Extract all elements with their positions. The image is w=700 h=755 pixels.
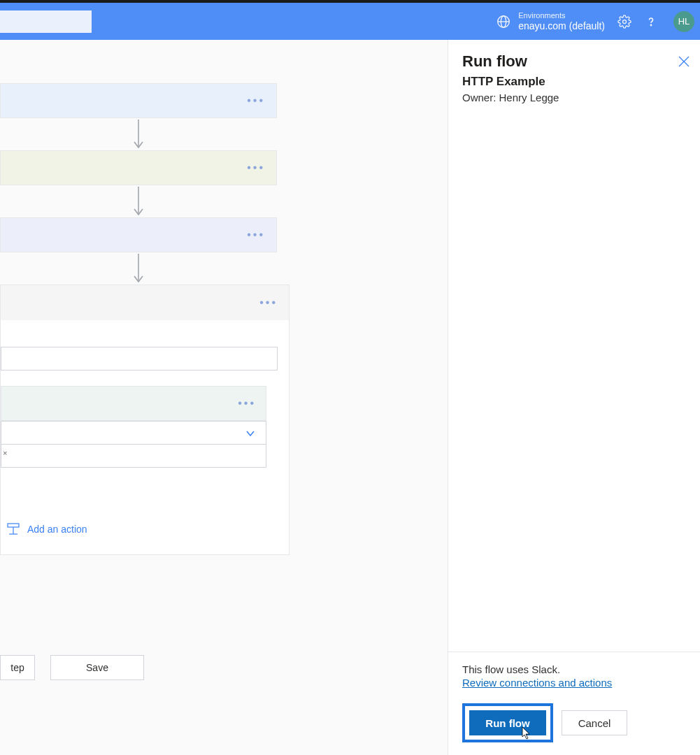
flow-name: HTTP Example (462, 75, 686, 89)
more-icon[interactable]: ••• (259, 296, 278, 309)
dropdown[interactable] (1, 421, 266, 445)
flow-arrow (0, 118, 277, 150)
add-action-icon (6, 522, 20, 536)
token-input[interactable]: × (1, 444, 266, 468)
flow-step[interactable]: ••• (0, 150, 277, 185)
svg-rect-8 (8, 524, 19, 527)
more-icon[interactable]: ••• (247, 94, 265, 107)
cancel-button[interactable]: Cancel (562, 710, 627, 735)
flow-arrow (0, 252, 277, 285)
highlight-box: Run flow (462, 703, 553, 742)
flow-owner: Owner: Henry Legge (462, 92, 686, 103)
run-flow-button[interactable]: Run flow (469, 710, 546, 735)
run-flow-panel: Run flow HTTP Example Owner: Henry Legge… (448, 40, 700, 755)
svg-point-4 (650, 24, 651, 25)
app-header: Environments enayu.com (default) HL (0, 3, 700, 40)
chevron-down-icon (245, 428, 256, 439)
environment-label: Environments (518, 11, 605, 20)
add-action-button[interactable]: Add an action (6, 522, 276, 536)
text-input[interactable] (1, 347, 278, 371)
more-icon[interactable]: ••• (238, 397, 256, 410)
remove-token-icon[interactable]: × (3, 449, 7, 457)
environment-value: enayu.com (default) (518, 20, 605, 31)
more-icon[interactable]: ••• (247, 161, 265, 174)
new-step-button[interactable]: tep (0, 655, 35, 680)
flow-step[interactable]: ••• (0, 217, 277, 252)
panel-title: Run flow (462, 52, 686, 71)
flow-step-expanded: ••• ••• × Add an action (0, 285, 290, 555)
flow-step[interactable]: ••• (0, 83, 277, 118)
token-chip[interactable]: × (1, 449, 7, 457)
add-action-label: Add an action (27, 524, 87, 535)
review-connections-link[interactable]: Review connections and actions (462, 677, 612, 689)
search-input[interactable] (0, 10, 92, 33)
connections-info: This flow uses Slack. (462, 663, 686, 675)
help-icon[interactable] (644, 15, 658, 29)
close-icon[interactable] (678, 55, 690, 68)
flow-substep[interactable]: ••• (1, 386, 266, 421)
settings-icon[interactable] (617, 15, 631, 29)
svg-point-3 (623, 20, 627, 23)
globe-icon (496, 14, 511, 29)
save-button[interactable]: Save (50, 655, 144, 680)
environment-picker[interactable]: Environments enayu.com (default) (496, 11, 605, 32)
flow-step-header[interactable]: ••• (1, 285, 289, 320)
flow-arrow (0, 185, 277, 217)
avatar[interactable]: HL (673, 11, 694, 32)
more-icon[interactable]: ••• (247, 229, 265, 241)
